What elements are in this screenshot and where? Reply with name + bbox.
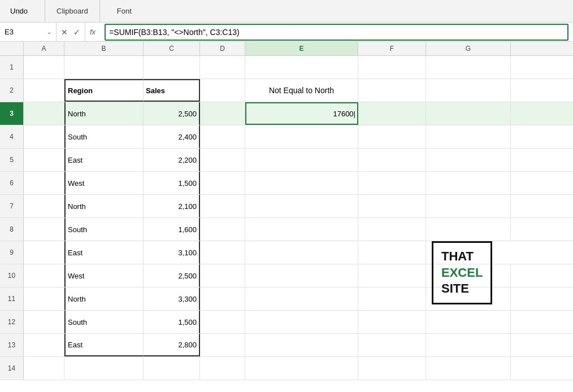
cell-c5[interactable]: 2,200 [144, 149, 200, 171]
cell-b1[interactable] [64, 56, 144, 79]
cell-d12[interactable] [200, 311, 245, 333]
cell-a8[interactable] [24, 218, 64, 241]
row-header-1[interactable]: 1 [0, 56, 24, 79]
cell-g2[interactable] [426, 79, 511, 102]
cell-e11[interactable] [245, 288, 358, 310]
cell-b3[interactable]: North [64, 102, 144, 125]
cell-e4[interactable] [245, 125, 358, 148]
cell-g13[interactable] [426, 334, 511, 356]
cell-c9[interactable]: 3,100 [144, 241, 200, 264]
cell-e5[interactable] [245, 149, 358, 171]
col-header-d[interactable]: D [200, 42, 245, 55]
cell-c13[interactable]: 2,800 [144, 334, 200, 356]
row-header-12[interactable]: 12 [0, 311, 24, 333]
col-header-a[interactable]: A [24, 42, 64, 55]
col-header-c[interactable]: C [144, 42, 200, 55]
cell-d2[interactable] [200, 79, 245, 102]
row-header-11[interactable]: 11 [0, 288, 24, 310]
cell-f13[interactable] [358, 334, 426, 356]
cell-g1[interactable] [426, 56, 511, 79]
row-header-8[interactable]: 8 [0, 218, 24, 241]
cell-f1[interactable] [358, 56, 426, 79]
cell-b9[interactable]: East [64, 241, 144, 264]
cell-c4[interactable]: 2,400 [144, 125, 200, 148]
cell-g6[interactable] [426, 172, 511, 194]
cell-f8[interactable] [358, 218, 426, 241]
cell-d14[interactable] [200, 357, 245, 380]
cell-g4[interactable] [426, 125, 511, 148]
cell-e2[interactable]: Not Equal to North [245, 79, 358, 102]
cell-g7[interactable] [426, 195, 511, 217]
cell-c10[interactable]: 2,500 [144, 264, 200, 287]
row-header-6[interactable]: 6 [0, 172, 24, 194]
row-header-14[interactable]: 14 [0, 357, 24, 380]
cell-d9[interactable] [200, 241, 245, 264]
cell-e8[interactable] [245, 218, 358, 241]
cell-a6[interactable] [24, 172, 64, 194]
col-header-e[interactable]: E [245, 42, 358, 55]
cell-b11[interactable]: North [64, 288, 144, 310]
cell-d3[interactable] [200, 102, 245, 125]
cell-d4[interactable] [200, 125, 245, 148]
cell-b4[interactable]: South [64, 125, 144, 148]
cancel-icon[interactable]: ✕ [61, 28, 68, 37]
cell-e12[interactable] [245, 311, 358, 333]
cell-d13[interactable] [200, 334, 245, 356]
cell-c1[interactable] [144, 56, 200, 79]
col-header-g[interactable]: G [426, 42, 511, 55]
col-header-f[interactable]: F [358, 42, 426, 55]
cell-d6[interactable] [200, 172, 245, 194]
cell-f11[interactable] [358, 288, 426, 310]
row-header-13[interactable]: 13 [0, 334, 24, 356]
undo-button[interactable]: Undo [5, 5, 33, 18]
cell-a12[interactable] [24, 311, 64, 333]
cell-e1[interactable] [245, 56, 358, 79]
cell-d7[interactable] [200, 195, 245, 217]
cell-f7[interactable] [358, 195, 426, 217]
cell-b14[interactable] [64, 357, 144, 380]
cell-a5[interactable] [24, 149, 64, 171]
cell-g5[interactable] [426, 149, 511, 171]
row-header-10[interactable]: 10 [0, 264, 24, 287]
cell-e10[interactable] [245, 264, 358, 287]
col-header-b[interactable]: B [64, 42, 144, 55]
cell-f14[interactable] [358, 357, 426, 380]
cell-e14[interactable] [245, 357, 358, 380]
cell-a10[interactable] [24, 264, 64, 287]
cell-a1[interactable] [24, 56, 64, 79]
cell-c12[interactable]: 1,500 [144, 311, 200, 333]
cell-f12[interactable] [358, 311, 426, 333]
cell-g8[interactable] [426, 218, 511, 241]
formula-input[interactable] [105, 24, 568, 41]
cell-g10[interactable] [426, 264, 511, 287]
row-header-2[interactable]: 2 [0, 79, 24, 102]
cell-b13[interactable]: East [64, 334, 144, 356]
cell-a11[interactable] [24, 288, 64, 310]
cell-f6[interactable] [358, 172, 426, 194]
cell-d8[interactable] [200, 218, 245, 241]
cell-c2[interactable]: Sales [144, 79, 200, 102]
cell-d10[interactable] [200, 264, 245, 287]
cell-b10[interactable]: West [64, 264, 144, 287]
cell-c3[interactable]: 2,500 [144, 102, 200, 125]
cell-e3[interactable]: 17600 [245, 102, 358, 125]
cell-e6[interactable] [245, 172, 358, 194]
cell-g14[interactable] [426, 357, 511, 380]
cell-d5[interactable] [200, 149, 245, 171]
cell-c8[interactable]: 1,600 [144, 218, 200, 241]
cell-d11[interactable] [200, 288, 245, 310]
cell-a13[interactable] [24, 334, 64, 356]
cell-b6[interactable]: West [64, 172, 144, 194]
cell-a7[interactable] [24, 195, 64, 217]
confirm-icon[interactable]: ✓ [73, 28, 80, 37]
cell-f4[interactable] [358, 125, 426, 148]
cell-f9[interactable] [358, 241, 426, 264]
cell-c14[interactable] [144, 357, 200, 380]
cell-g12[interactable] [426, 311, 511, 333]
row-header-7[interactable]: 7 [0, 195, 24, 217]
cell-e9[interactable] [245, 241, 358, 264]
cell-b12[interactable]: South [64, 311, 144, 333]
cell-f2[interactable] [358, 79, 426, 102]
cell-e13[interactable] [245, 334, 358, 356]
cell-e7[interactable] [245, 195, 358, 217]
